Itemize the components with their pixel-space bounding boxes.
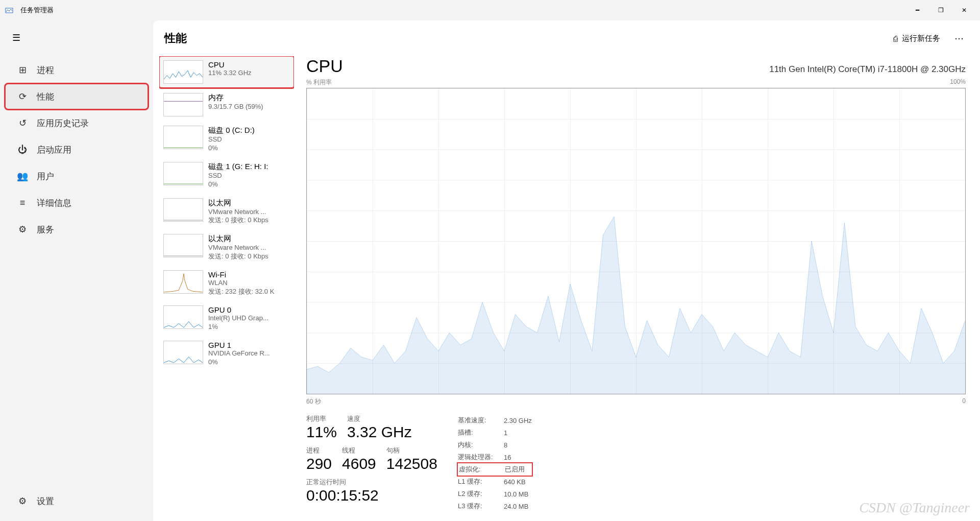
spec-key: 内核: [458, 440, 504, 449]
cpu-detail: CPU 11th Gen Intel(R) Core(TM) i7-11800H… [294, 56, 974, 515]
perf-sub: NVIDIA GeForce R... [208, 349, 270, 358]
nav-label: 设置 [37, 495, 54, 507]
perf-title: CPU [208, 60, 252, 69]
users-icon: 👥 [16, 171, 29, 182]
y-axis-max: 100% [950, 78, 966, 87]
uptime-value: 0:00:15:52 [306, 487, 437, 504]
spec-val: 24.0 MB [504, 503, 528, 510]
perf-item-cpu[interactable]: CPU11% 3.32 GHz [159, 56, 294, 88]
maximize-button[interactable]: ❐ [929, 2, 952, 18]
nav-list: ⊞进程 ⟳性能 ↺应用历史记录 ⏻启动应用 👥用户 ≡详细信息 ⚙服务 [0, 56, 153, 487]
spec-key: 插槽: [458, 428, 504, 437]
history-icon: ↺ [16, 117, 29, 129]
cpu-chart[interactable] [306, 88, 966, 394]
perf-thumbnail [163, 305, 203, 329]
perf-item-wi-fi[interactable]: Wi-FiWLAN发送: 232 接收: 32.0 K [159, 266, 294, 300]
pulse-icon: ⟳ [16, 91, 29, 102]
perf-item--[interactable]: 以太网VMware Network ...发送: 0 接收: 0 Kbps [159, 230, 294, 265]
grid-icon: ⊞ [16, 64, 29, 76]
page-title: 性能 [164, 31, 187, 46]
perf-sub: WLAN [208, 279, 274, 288]
more-button[interactable]: ⋯ [949, 30, 969, 47]
perf-title: 以太网 [208, 198, 268, 208]
nav-label: 详细信息 [37, 197, 71, 209]
stats-row: 利用率11%速度3.32 GHz 进程290线程4609句柄142508 正常运… [306, 414, 966, 512]
nav-startup[interactable]: ⏻启动应用 [5, 137, 148, 162]
stat-value: 142508 [386, 455, 437, 472]
stat-label: 速度 [347, 414, 412, 423]
nav-processes[interactable]: ⊞进程 [5, 57, 148, 83]
stat-线程: 线程4609 [342, 446, 376, 472]
nav-details[interactable]: ≡详细信息 [5, 190, 148, 216]
perf-item-gpu-0[interactable]: GPU 0Intel(R) UHD Grap...1% [159, 301, 294, 336]
perf-item--0-c-d-[interactable]: 磁盘 0 (C: D:)SSD0% [159, 122, 294, 157]
perf-title: 磁盘 0 (C: D:) [208, 126, 255, 135]
perf-item--[interactable]: 内存9.3/15.7 GB (59%) [159, 89, 294, 121]
run-task-icon: ⎙ [893, 34, 898, 43]
y-axis-label: % 利用率 [306, 78, 332, 87]
perf-title: 磁盘 1 (G: E: H: I: [208, 162, 268, 172]
nav-label: 启动应用 [37, 144, 71, 156]
perf-sub2: 发送: 0 接收: 0 Kbps [208, 216, 268, 225]
spec-val: 8 [504, 441, 507, 449]
stat-label: 进程 [306, 446, 332, 455]
stat-value: 11% [306, 423, 337, 441]
stat-速度: 速度3.32 GHz [347, 414, 412, 441]
perf-thumbnail [163, 162, 203, 185]
perf-item--1-g-e-h-i-[interactable]: 磁盘 1 (G: E: H: I:SSD0% [159, 158, 294, 193]
perf-item--[interactable]: 以太网VMware Network ...发送: 0 接收: 0 Kbps [159, 194, 294, 229]
sidebar: ☰ ⊞进程 ⟳性能 ↺应用历史记录 ⏻启动应用 👥用户 ≡详细信息 ⚙服务 ⚙设… [0, 20, 153, 521]
spec-key: 逻辑处理器: [458, 453, 504, 462]
minimize-button[interactable]: ━ [905, 2, 929, 18]
stat-value: 4609 [342, 455, 376, 472]
perf-title: GPU 1 [208, 341, 270, 349]
nav-services[interactable]: ⚙服务 [5, 217, 148, 242]
spec-key: 虚拟化: [459, 465, 505, 474]
nav-performance[interactable]: ⟳性能 [5, 84, 148, 109]
nav-users[interactable]: 👥用户 [5, 163, 148, 189]
perf-title: 内存 [208, 93, 263, 103]
spec-row: L2 缓存:10.0 MB [458, 488, 532, 500]
run-task-label: 运行新任务 [902, 34, 940, 43]
perf-item-gpu-1[interactable]: GPU 1NVIDIA GeForce R...0% [159, 337, 294, 371]
x-axis-right: 0 [962, 397, 966, 406]
gear-icon: ⚙ [16, 224, 29, 235]
nav-history[interactable]: ↺应用历史记录 [5, 110, 148, 136]
app-icon [4, 5, 14, 15]
perf-thumbnail [163, 234, 203, 257]
perf-thumbnail [163, 93, 203, 116]
perf-sub: Intel(R) UHD Grap... [208, 314, 268, 323]
nav-label: 服务 [37, 224, 54, 235]
perf-title: 以太网 [208, 234, 268, 244]
spec-row: 逻辑处理器:16 [458, 451, 532, 463]
uptime-label: 正常运行时间 [306, 478, 437, 487]
close-button[interactable]: ✕ [952, 2, 976, 18]
spec-row: L1 缓存:640 KB [458, 476, 532, 488]
titlebar: 任务管理器 ━ ❐ ✕ [0, 0, 980, 20]
perf-sub: SSD [208, 172, 268, 180]
perf-thumbnail [163, 270, 203, 294]
nav-label: 应用历史记录 [37, 117, 89, 129]
spec-key: L1 缓存: [458, 477, 504, 486]
spec-val: 2.30 GHz [504, 417, 532, 424]
nav-label: 用户 [37, 171, 54, 182]
perf-sub2: 发送: 232 接收: 32.0 K [208, 288, 274, 296]
spec-key: 基准速度: [458, 416, 504, 425]
main-panel: 性能 ⎙ 运行新任务 ⋯ CPU11% 3.32 GHz内存9.3/15.7 G… [153, 20, 980, 521]
spec-table: 基准速度:2.30 GHz插槽:1内核:8逻辑处理器:16虚拟化:已启用L1 缓… [458, 414, 532, 512]
perf-sub: SSD [208, 135, 255, 144]
perf-sub: 11% 3.32 GHz [208, 69, 252, 78]
run-new-task-button[interactable]: ⎙ 运行新任务 [888, 31, 945, 46]
nav-label: 进程 [37, 64, 54, 76]
cpu-model: 11th Gen Intel(R) Core(TM) i7-11800H @ 2… [769, 64, 966, 75]
spec-val: 640 KB [504, 478, 526, 486]
spec-row: 插槽:1 [458, 427, 532, 439]
settings-icon: ⚙ [16, 495, 29, 507]
hamburger-icon[interactable]: ☰ [6, 28, 27, 48]
app-title: 任务管理器 [20, 6, 54, 15]
spec-key: L2 缓存: [458, 489, 504, 499]
nav-settings[interactable]: ⚙设置 [5, 488, 148, 514]
x-axis-left: 60 秒 [306, 397, 321, 406]
stat-value: 290 [306, 455, 332, 472]
stat-进程: 进程290 [306, 446, 332, 472]
